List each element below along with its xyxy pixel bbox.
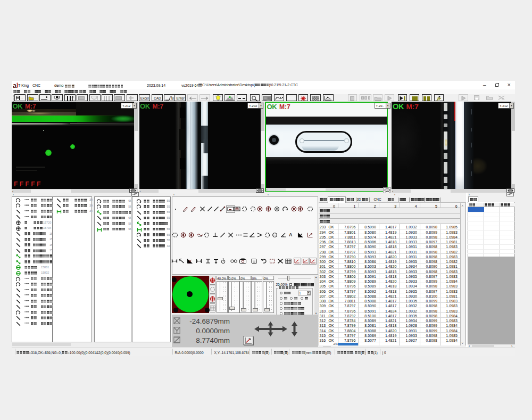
svg-text:B: B <box>171 96 174 100</box>
svg-text:a: a <box>13 82 17 88</box>
